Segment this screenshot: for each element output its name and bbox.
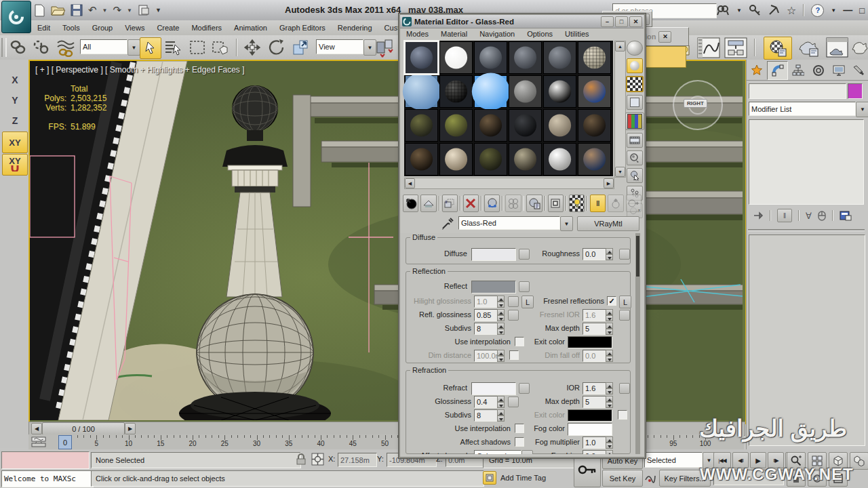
rectangular-selection-region-icon[interactable]	[189, 39, 206, 56]
time-slider-handle[interactable]: 0 / 100	[42, 422, 125, 435]
select-and-link-icon[interactable]	[9, 39, 27, 56]
time-tag[interactable]: Add Time Tag	[483, 470, 570, 485]
affect-channels-caret[interactable]: ▼	[521, 450, 533, 454]
open-file-icon[interactable]	[51, 4, 65, 16]
remove-modifier-icon[interactable]	[818, 211, 826, 221]
refr-exit-color-checkbox[interactable]	[618, 410, 627, 420]
me-menu-navigation[interactable]: Navigation	[473, 28, 521, 39]
material-sample-slot[interactable]	[475, 110, 507, 141]
hilight-lock-button[interactable]: L	[521, 296, 534, 308]
reference-coordinate-dropdown[interactable]: View	[316, 39, 363, 54]
render-setup-icon[interactable]	[799, 38, 821, 58]
fresnel-reflections-checkbox[interactable]: ✓	[607, 296, 616, 306]
pick-material-from-object-icon[interactable]	[441, 217, 454, 230]
get-material-button[interactable]	[403, 195, 418, 212]
help-icon[interactable]: ?	[811, 4, 824, 17]
maximize-button[interactable]: □	[859, 5, 865, 16]
bind-to-space-warp-icon[interactable]	[56, 38, 76, 57]
next-frame-arrow[interactable]: ▶	[125, 423, 136, 434]
set-key-button[interactable]: Set Key	[602, 470, 643, 487]
material-sample-slot[interactable]	[440, 42, 472, 73]
qat-caret-icon[interactable]: ▼	[155, 7, 161, 14]
hilight-glossiness-map-button[interactable]	[508, 296, 519, 307]
options-button[interactable]	[627, 150, 643, 165]
restrict-xy-plane-button[interactable]: XY	[2, 131, 28, 153]
redo-caret-icon[interactable]: ▼	[127, 7, 132, 14]
ior-map-button[interactable]	[619, 383, 630, 394]
pin-stack-icon[interactable]	[753, 211, 764, 220]
material-sample-slot[interactable]	[406, 144, 437, 175]
select-and-scale-icon[interactable]	[292, 39, 311, 57]
select-and-move-icon[interactable]	[243, 39, 262, 57]
material-sample-slot[interactable]	[509, 42, 541, 73]
material-sample-slot[interactable]	[544, 110, 576, 141]
x-coord-field[interactable]: 27.158m	[338, 453, 377, 467]
go-to-parent-button[interactable]	[608, 195, 623, 212]
time-tag-icon[interactable]	[483, 471, 496, 485]
me-vscroll-up[interactable]: ▲	[615, 41, 625, 52]
me-vscroll-down[interactable]: ▼	[615, 167, 625, 177]
me-params-scrollbar[interactable]	[635, 233, 640, 454]
menu-group[interactable]: Group	[86, 22, 119, 34]
menu-edit[interactable]: Edit	[31, 22, 56, 34]
me-close-button[interactable]: ✕	[629, 16, 642, 27]
material-sample-slot[interactable]	[578, 110, 610, 141]
material-sample-slot[interactable]	[509, 144, 541, 175]
object-color-swatch[interactable]	[848, 83, 863, 99]
modifier-list-dropdown[interactable]: Modifier List	[749, 102, 856, 116]
object-name-field[interactable]	[749, 83, 846, 99]
sample-type-button[interactable]	[627, 41, 643, 56]
tab-utilities[interactable]	[848, 61, 868, 80]
select-by-material-button[interactable]	[627, 168, 643, 183]
put-to-library-button[interactable]	[526, 195, 542, 212]
reset-map-button[interactable]	[463, 195, 479, 212]
dim-fall-off-spinner[interactable]	[606, 350, 613, 362]
me-menu-material[interactable]: Material	[435, 28, 473, 39]
menu-modifiers[interactable]: Modifiers	[185, 22, 228, 34]
app-button[interactable]	[1, 1, 31, 33]
tab-create[interactable]	[747, 61, 767, 80]
save-icon[interactable]	[71, 4, 83, 16]
help-caret-icon[interactable]: ▼	[831, 7, 836, 14]
refract-map-button[interactable]	[519, 383, 530, 394]
material-sample-slot[interactable]	[475, 42, 507, 73]
material-name-dropdown[interactable]: Glass-Red	[458, 216, 560, 230]
material-sample-slot[interactable]	[406, 76, 437, 107]
refl-max-depth-spinner[interactable]	[606, 323, 613, 335]
reflect-map-button[interactable]	[519, 281, 530, 292]
use-pivot-point-icon[interactable]	[374, 38, 395, 58]
viewport-label[interactable]: [ + ] [ Perspective ] [ Smooth + Highlig…	[35, 65, 245, 75]
undo-caret-icon[interactable]: ▼	[102, 7, 108, 14]
show-end-result-button[interactable]: ‖	[590, 195, 606, 212]
schematic-view-icon[interactable]	[724, 37, 747, 58]
previous-frame-arrow[interactable]: ◀	[31, 423, 42, 434]
assign-material-to-selection-button[interactable]	[442, 195, 458, 212]
tab-modify[interactable]	[767, 61, 789, 80]
bg-dialog-close2[interactable]: ✕	[658, 31, 671, 43]
selection-lock-icon[interactable]	[296, 453, 307, 466]
restrict-z-button[interactable]: Z	[5, 111, 25, 130]
fresnel-lock-button[interactable]: L	[619, 296, 631, 308]
tab-display[interactable]	[829, 61, 849, 80]
new-file-icon[interactable]	[34, 4, 45, 17]
material-editor-window[interactable]: Material Editor - Glass-Red – □ ✕ Modes …	[399, 14, 646, 458]
window-crossing-icon[interactable]	[212, 39, 231, 56]
select-and-rotate-icon[interactable]	[267, 39, 286, 57]
material-sample-slot[interactable]	[578, 144, 610, 175]
material-type-button[interactable]: VRayMtl	[577, 216, 639, 231]
me-slots-vscroll[interactable]: ▲ ▼	[614, 41, 626, 178]
tab-hierarchy[interactable]	[788, 61, 808, 80]
make-unique-button[interactable]	[505, 195, 521, 212]
material-sample-slot[interactable]	[440, 110, 472, 141]
snaps-xy-button[interactable]: XY	[2, 154, 28, 176]
me-menu-options[interactable]: Options	[521, 28, 559, 39]
restrict-y-button[interactable]: Y	[5, 91, 25, 110]
project-folder-icon[interactable]	[138, 4, 150, 16]
background-button[interactable]	[626, 76, 644, 92]
fog-bias-spinner[interactable]	[606, 450, 613, 454]
menu-create[interactable]: Create	[151, 22, 185, 34]
search-icon[interactable]	[716, 3, 730, 17]
me-slots-hscroll[interactable]: ◀ ▶	[404, 178, 614, 189]
show-shaded-material-in-viewport-button[interactable]	[569, 195, 585, 212]
material-sample-slot[interactable]	[509, 110, 541, 141]
